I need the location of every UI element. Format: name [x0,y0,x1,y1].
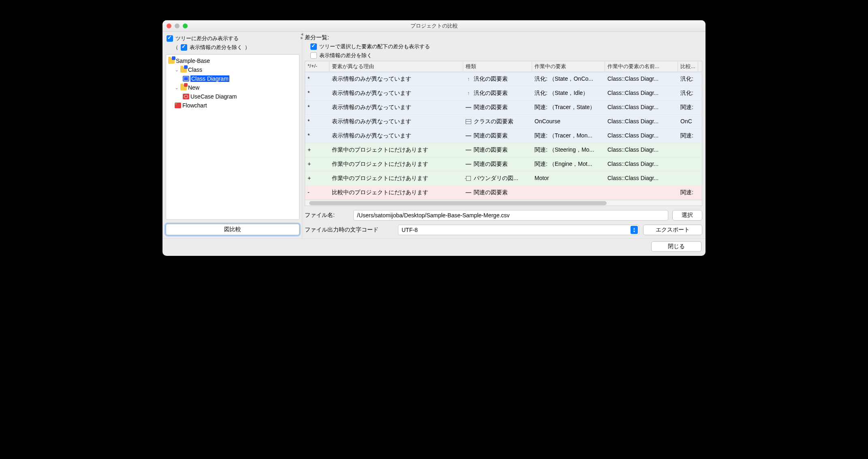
cell-compare: 汎化: [678,72,698,86]
folder-icon [168,58,175,64]
project-tree[interactable]: Sample-Base ⌄ Class Class Diagram ⌄ New [166,54,299,220]
encoding-value: UTF-8 [402,227,418,233]
tree-folder-class[interactable]: ⌄ Class [166,65,299,74]
tree-item-class-diagram[interactable]: Class Diagram [166,74,299,83]
export-button[interactable]: エクスポート [643,225,702,235]
exclude-display-diff-checkbox-left[interactable] [181,44,187,51]
cell-working-name: Class::Class Diagr... [605,129,678,143]
left-pane: ツリーに差分のみ表示する （ 表示情報の差分を除く ） Sample-Base … [162,32,302,238]
dialog-window: プロジェクトの比較 ツリーに差分のみ表示する （ 表示情報の差分を除く ） Sa… [162,20,706,256]
chevron-down-icon[interactable]: ⌄ [174,68,179,72]
tree-root[interactable]: Sample-Base [166,56,299,65]
file-path-input[interactable] [353,210,668,221]
tree-folder-class-label: Class [188,66,202,73]
show-diff-only-checkbox[interactable] [167,35,173,42]
cell-mark: - [305,186,329,199]
col-working[interactable]: 作業中の要素 [532,61,605,72]
col-working-name[interactable]: 作業中の要素の名前... [605,61,678,72]
association-icon [466,147,471,153]
table-row[interactable]: *表示情報のみが異なっています関連の図要素関連: （Tracer，State）C… [305,101,702,115]
col-mark[interactable]: */+/- [305,61,329,72]
cell-working: 関連: （Tracer，State） [532,101,605,114]
cell-working: OnCourse [532,115,605,129]
tree-root-label: Sample-Base [176,58,210,64]
cell-reason: 比較中のプロジェクトにだけあります [329,186,463,199]
cell-compare: 関連: [678,129,698,143]
cell-compare [678,157,698,171]
table-row[interactable]: *表示情報のみが異なっています汎化の図要素汎化: （State，OnCo...C… [305,72,702,86]
right-pane: ◀▶ 差分一覧: ツリーで選択した要素の配下の差分も表示する 表示情報の差分を除… [302,32,706,238]
exclude-display-diff-checkbox-right[interactable] [310,52,317,59]
tree-item-class-diagram-label: Class Diagram [190,75,229,82]
folder-icon [180,85,187,90]
cell-working [532,186,605,199]
cell-kind: クラスの図要素 [463,115,532,129]
cell-compare: 関連: [678,186,698,199]
cell-kind: バウンダリの図... [463,172,532,185]
table-row[interactable]: -比較中のプロジェクトにだけあります関連の図要素関連: [305,186,702,200]
generalization-icon [466,90,471,96]
table-row[interactable]: *表示情報のみが異なっていますクラスの図要素OnCourseClass::Cla… [305,115,702,129]
table-header: */+/- 要素が異なる理由 種類 作業中の要素 作業中の要素の名前... 比較… [305,61,702,72]
select-arrow-icon: ▲▼ [631,226,638,234]
close-button[interactable]: 閉じる [651,241,701,252]
cell-mark: * [305,115,329,129]
cell-reason: 作業中のプロジェクトにだけあります [329,172,463,185]
footer: 閉じる [162,238,706,256]
table-row[interactable]: +作業中のプロジェクトにだけあります関連の図要素関連: （Steering，Mo… [305,143,702,157]
cell-kind: 関連の図要素 [463,129,532,143]
cell-mark: + [305,172,329,185]
encoding-select[interactable]: UTF-8 ▲▼ [398,225,639,235]
table-body[interactable]: *表示情報のみが異なっています汎化の図要素汎化: （State，OnCo...C… [305,72,702,200]
cell-mark: + [305,143,329,157]
col-kind[interactable]: 種類 [463,61,532,72]
tree-item-usecase-diagram[interactable]: UseCase Diagram [166,92,299,101]
show-subtree-diff-label: ツリーで選択した要素の配下の差分も表示する [319,43,430,50]
cell-working: Motor [532,172,605,185]
table-row[interactable]: +作業中のプロジェクトにだけありますバウンダリの図...MotorClass::… [305,172,702,186]
cell-kind: 関連の図要素 [463,101,532,114]
cell-mark: + [305,157,329,171]
cell-working: 関連: （Tracer，Mon... [532,129,605,143]
cell-working-name: Class::Class Diagr... [605,143,678,157]
cell-reason: 表示情報のみが異なっています [329,129,463,143]
cell-working: 関連: （Engine，Mot... [532,157,605,171]
cell-working-name [605,186,678,199]
association-icon [466,133,471,139]
col-reason[interactable]: 要素が異なる理由 [329,61,463,72]
cell-kind: 関連の図要素 [463,143,532,157]
cell-kind: 関連の図要素 [463,186,532,199]
association-icon [466,105,471,110]
cell-working: 関連: （Steering，Mo... [532,143,605,157]
cell-working: 汎化: （State，Idle） [532,86,605,100]
cell-reason: 表示情報のみが異なっています [329,101,463,114]
folder-icon [180,67,187,73]
diagram-compare-button[interactable]: 図比較 [166,224,299,235]
cell-working-name: Class::Class Diagr... [605,101,678,114]
cell-kind: 関連の図要素 [463,157,532,171]
class-diagram-icon [183,76,189,82]
cell-reason: 表示情報のみが異なっています [329,115,463,129]
tree-item-flowchart[interactable]: Flowchart [166,101,299,110]
cell-mark: * [305,129,329,143]
generalization-icon [466,76,471,82]
horizontal-scrollbar[interactable] [305,200,702,206]
chevron-down-icon[interactable]: ⌄ [174,86,179,90]
table-row[interactable]: *表示情報のみが異なっています関連の図要素関連: （Tracer，Mon...C… [305,129,702,143]
splitter-handle-icon[interactable]: ◀▶ [301,32,304,36]
tree-folder-new-label: New [188,84,199,91]
paren-close: ） [245,44,250,51]
show-subtree-diff-checkbox[interactable] [310,43,317,50]
cell-reason: 表示情報のみが異なっています [329,86,463,100]
tree-item-flowchart-label: Flowchart [182,102,207,109]
scrollbar-thumb[interactable] [309,201,607,205]
cell-reason: 作業中のプロジェクトにだけあります [329,157,463,171]
cell-compare: 関連: [678,101,698,114]
table-row[interactable]: +作業中のプロジェクトにだけあります関連の図要素関連: （Engine，Mot.… [305,157,702,172]
col-compare[interactable]: 比較... [678,61,698,72]
tree-folder-new[interactable]: ⌄ New [166,83,299,92]
cell-compare [678,172,698,185]
choose-file-button[interactable]: 選択 [672,210,702,221]
cell-mark: * [305,86,329,100]
table-row[interactable]: *表示情報のみが異なっています汎化の図要素汎化: （State，Idle）Cla… [305,86,702,101]
